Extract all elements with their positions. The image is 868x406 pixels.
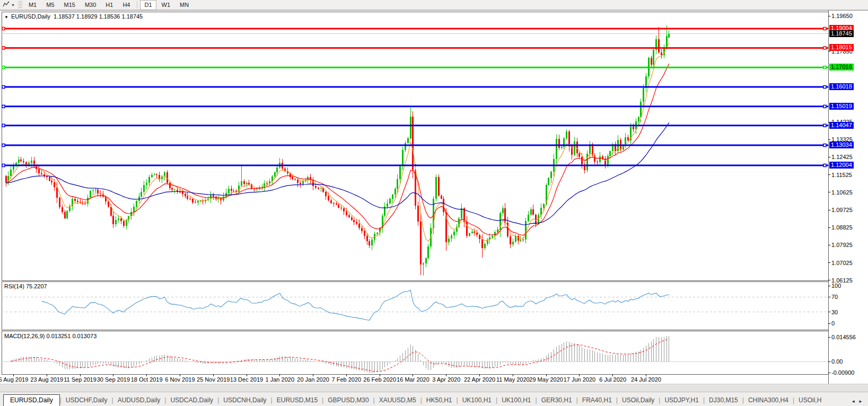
macd-axis-tick: -0.00900 — [831, 369, 854, 376]
date-axis-label: 29 May 2020 — [529, 376, 563, 383]
rsi-axis-tick: 0 — [831, 320, 835, 326]
date-axis-label: 25 Nov 2019 — [197, 376, 230, 383]
tab-ger30-h1[interactable]: GER30,H1 — [537, 395, 576, 406]
chart-tab-bar: EURUSD,Daily|USDCHF,Daily|AUDUSD,Daily|U… — [0, 392, 868, 406]
tab-usdjpy-h1[interactable]: USDJPY,H1 — [660, 395, 703, 406]
chevron-down-icon[interactable]: ▼ — [11, 3, 15, 7]
price-axis-tick: 1.07925 — [831, 242, 853, 248]
date-axis-label: 20 Jan 2020 — [297, 376, 329, 383]
chart-title: ▼EURUSD,Daily 1.18537 1.18929 1.18536 1.… — [4, 13, 143, 20]
date-axis-label: 24 Jul 2020 — [631, 376, 661, 383]
level-price-label[interactable]: 1.12004 — [829, 162, 854, 169]
timeframe-button-mn[interactable]: MN — [176, 0, 193, 10]
line-handle — [823, 27, 826, 30]
price-axis-tick: 1.09725 — [831, 207, 853, 213]
tab-fra40-h1[interactable]: FRA40,H1 — [578, 395, 616, 406]
line-handle — [2, 47, 5, 49]
timeframe-button-m15[interactable]: M15 — [60, 0, 80, 10]
toolbar-grip-handle[interactable] — [18, 1, 22, 9]
tab-audusd-daily[interactable]: AUDUSD,Daily — [113, 395, 165, 406]
tab-hk50-h1[interactable]: HK50,H1 — [422, 395, 457, 406]
date-axis-label: 30 Sep 2019 — [97, 376, 130, 383]
price-axis-tick: 1.11525 — [831, 172, 852, 178]
ma-13-line — [6, 64, 669, 235]
tab-usdcnh-daily[interactable]: USDCNH,Daily — [219, 395, 270, 406]
tab-usoil-h[interactable]: USOil,H — [794, 395, 826, 406]
timeframe-button-m5[interactable]: M5 — [42, 0, 58, 10]
date-axis-label: 6 Jul 2020 — [599, 376, 626, 383]
level-price-label[interactable]: 1.14047 — [829, 122, 854, 129]
window-resize-strip — [0, 384, 868, 392]
tab-dj30-m15[interactable]: DJ30,M15 — [705, 395, 742, 406]
macd-axis-tick: 0.014556 — [831, 334, 856, 340]
tab-uk100-h1[interactable]: UK100,H1 — [497, 395, 535, 406]
tab-scroll-right-icon[interactable]: ► — [858, 399, 863, 404]
line-handle — [823, 105, 826, 108]
date-axis-label: 7 Feb 2020 — [332, 376, 362, 383]
chart-ohlc-values: 1.18537 1.18929 1.18536 1.18745 — [54, 13, 143, 20]
rsi-axis-tick: 30 — [831, 309, 838, 315]
line-handle — [823, 86, 826, 89]
zigzag-chart-icon — [3, 0, 10, 10]
timeframe-button-h1[interactable]: H1 — [101, 0, 117, 10]
timeframe-button-m30[interactable]: M30 — [81, 0, 100, 10]
rsi-indicator-label: RSI(14) 75.2207 — [4, 283, 47, 289]
level-price-label[interactable]: 1.15019 — [829, 103, 854, 110]
timeframe-button-w1[interactable]: W1 — [157, 0, 175, 10]
price-axis-tick: 1.08825 — [831, 224, 853, 231]
tab-usdcad-daily[interactable]: USDCAD,Daily — [166, 395, 217, 406]
date-axis-label: 13 Dec 2019 — [230, 376, 263, 383]
date-axis-label: 11 Sep 2019 — [64, 376, 97, 383]
tab-china300-h4[interactable]: CHINA300,H4 — [744, 395, 793, 406]
line-handle — [823, 66, 826, 69]
price-axis-tick: 1.19650 — [831, 13, 853, 19]
timeframe-button-h4[interactable]: H4 — [118, 0, 134, 10]
tab-eurusd-daily[interactable]: EURUSD,Daily — [3, 394, 60, 406]
line-handle — [823, 164, 826, 167]
level-price-label[interactable]: 1.17016 — [829, 64, 854, 70]
rsi-axis-tick: 100 — [831, 283, 841, 289]
chart-window[interactable]: ▼EURUSD,Daily 1.18537 1.18929 1.18536 1.… — [0, 10, 868, 392]
price-axis-tick: 1.07025 — [831, 260, 853, 266]
chart-type-button[interactable]: ▼ — [1, 1, 16, 10]
macd-signal-line — [11, 339, 669, 372]
macd-indicator-label: MACD(12,26,9) 0.013251 0.013073 — [4, 333, 97, 339]
line-handle — [823, 124, 826, 127]
date-axis-label: 6 Nov 2019 — [165, 376, 195, 383]
date-axis-label: 26 Feb 2020 — [363, 376, 396, 383]
line-handle — [2, 105, 5, 108]
chart-symbol-period: EURUSD,Daily — [11, 13, 50, 20]
timeframe-button-m1[interactable]: M1 — [24, 0, 41, 10]
date-axis-label: 3 Apr 2020 — [432, 376, 460, 383]
line-handle — [2, 144, 5, 147]
line-handle — [823, 144, 826, 147]
price-chart-canvas[interactable] — [0, 10, 868, 392]
date-axis-label: 23 Aug 2019 — [30, 376, 63, 383]
macd-axis-tick: 0.00 — [831, 358, 843, 365]
tab-uk100-h1[interactable]: UK100,H1 — [458, 395, 496, 406]
line-handle — [2, 164, 5, 167]
price-axis-tick: 1.12425 — [831, 154, 853, 160]
date-axis-label: 16 Mar 2020 — [397, 376, 429, 383]
rsi-line — [42, 290, 669, 320]
date-axis-label: 5 Aug 2019 — [0, 376, 28, 383]
line-handle — [823, 47, 826, 49]
tab-xauusd-m5[interactable]: XAUUSD,M5 — [375, 395, 420, 406]
level-price-label[interactable]: 1.18015 — [829, 44, 854, 51]
line-handle — [2, 86, 5, 89]
line-handle — [2, 27, 5, 30]
timeframe-toolbar: ▼ M1M5M15M30H1H4D1W1MN — [0, 0, 868, 10]
tab-eurusd-m15[interactable]: EURUSD,M15 — [273, 395, 322, 406]
mt4-terminal: { "icons": {"title_caret": "▼", "toolbar… — [0, 0, 868, 406]
level-price-label[interactable]: 1.13034 — [829, 142, 854, 148]
tab-scroll-left-icon[interactable]: ◄ — [851, 399, 855, 404]
tab-usdchf-daily[interactable]: USDCHF,Daily — [62, 395, 112, 406]
tab-gbpusd-m30[interactable]: GBPUSD,M30 — [323, 395, 373, 406]
timeframe-button-d1[interactable]: D1 — [140, 0, 156, 10]
date-axis-label: 11 May 2020 — [496, 376, 530, 383]
level-price-label[interactable]: 1.16018 — [829, 83, 854, 90]
rsi-axis-tick: 70 — [831, 294, 838, 300]
date-axis-label: 17 Jun 2020 — [564, 376, 596, 383]
tab-usoil-daily[interactable]: USOil,Daily — [618, 395, 659, 406]
date-axis-label: 1 Jan 2020 — [266, 376, 294, 383]
